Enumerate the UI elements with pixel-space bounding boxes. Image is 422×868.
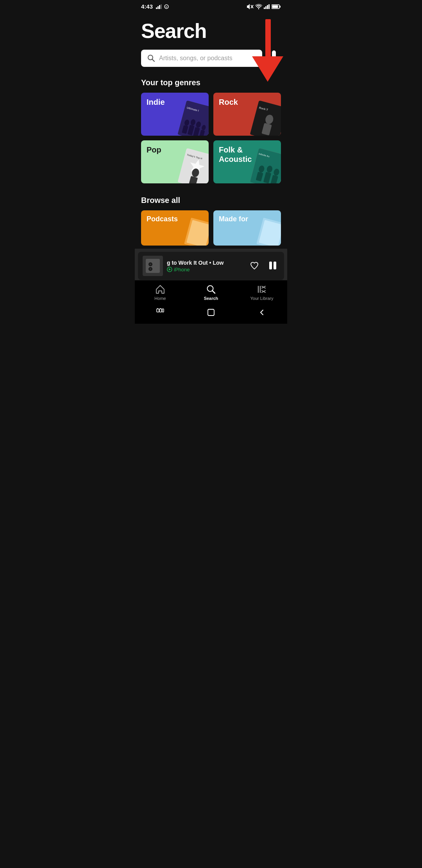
svg-rect-76 <box>208 309 214 316</box>
svg-rect-2 <box>159 5 160 9</box>
svg-rect-71 <box>157 309 159 312</box>
browse-grid: Podcasts Made for <box>141 210 281 246</box>
data-icon: D <box>164 4 169 9</box>
search-bar-row: Artists, songs, or podcasts <box>141 49 281 67</box>
svg-rect-0 <box>156 7 157 9</box>
status-left: 4:43 D <box>141 3 169 10</box>
cast-icon <box>167 267 172 272</box>
svg-rect-20 <box>272 50 276 58</box>
android-back[interactable] <box>257 308 266 318</box>
back-icon <box>257 308 266 317</box>
genre-card-indie[interactable]: Indie Ultimate I <box>141 93 209 136</box>
genre-grid: Indie Ultimate I <box>141 93 281 183</box>
browse-card-podcasts[interactable]: Podcasts <box>141 210 209 246</box>
svg-rect-1 <box>157 6 159 9</box>
svg-line-64 <box>213 291 215 294</box>
status-right <box>247 4 281 9</box>
android-home-icon <box>206 308 216 317</box>
page-title: Search <box>141 19 281 43</box>
library-label: Your Library <box>250 296 274 301</box>
svg-rect-15 <box>272 5 278 8</box>
search-nav-icon <box>206 284 216 294</box>
android-home[interactable] <box>206 308 216 318</box>
svg-marker-6 <box>247 4 250 9</box>
now-playing-controls <box>248 259 279 273</box>
svg-rect-72 <box>159 309 162 312</box>
battery-icon <box>272 4 281 9</box>
browse-label-podcasts: Podcasts <box>147 215 178 223</box>
genre-label-pop: Pop <box>147 145 161 154</box>
svg-marker-60 <box>169 268 171 271</box>
device-name: iPhone <box>174 267 190 273</box>
status-bar: 4:43 D <box>135 0 287 11</box>
svg-rect-62 <box>274 262 276 269</box>
now-playing-wrapper: g to Work It Out • Low iPhone <box>135 249 287 280</box>
nav-search[interactable]: Search <box>197 284 225 301</box>
mute-icon <box>247 4 254 9</box>
heart-button[interactable] <box>248 259 261 273</box>
genre-label-folk: Folk &Acoustic <box>219 145 252 164</box>
search-placeholder: Artists, songs, or podcasts <box>159 55 232 62</box>
signal-icon <box>156 4 162 9</box>
nav-home[interactable]: Home <box>147 284 174 301</box>
svg-rect-14 <box>280 5 281 7</box>
browse-all-heading: Browse all <box>141 196 281 205</box>
recents-icon <box>156 308 165 317</box>
svg-point-57 <box>150 264 151 265</box>
rock-album-art: Rock T <box>250 100 281 136</box>
now-playing-bar[interactable]: g to Work It Out • Low iPhone <box>138 252 284 280</box>
pause-icon <box>268 260 278 271</box>
genre-card-rock[interactable]: Rock Rock T <box>213 93 281 136</box>
svg-text:D: D <box>166 6 168 8</box>
genre-label-indie: Indie <box>147 97 165 107</box>
indie-album-art: Ultimate I <box>178 100 209 136</box>
now-playing-info: g to Work It Out • Low iPhone <box>167 260 244 273</box>
time-display: 4:43 <box>141 3 153 10</box>
android-nav <box>135 304 287 324</box>
genre-card-pop[interactable]: Pop Today's Top H <box>141 140 209 183</box>
browse-label-made-for: Made for <box>219 215 248 223</box>
svg-rect-12 <box>268 4 270 9</box>
svg-line-19 <box>152 59 155 61</box>
mic-icon <box>268 50 279 65</box>
svg-rect-61 <box>269 262 272 269</box>
browse-card-made-for[interactable]: Made for <box>213 210 281 246</box>
svg-rect-73 <box>162 309 164 312</box>
svg-rect-3 <box>161 4 162 9</box>
mic-button[interactable] <box>267 49 281 67</box>
top-genres-heading: Your top genres <box>141 78 281 87</box>
svg-rect-9 <box>264 7 265 9</box>
album-icon <box>146 259 160 273</box>
genre-label-rock: Rock <box>219 97 238 107</box>
home-icon <box>155 284 165 294</box>
svg-rect-54 <box>146 259 160 273</box>
home-label: Home <box>154 296 166 301</box>
pause-button[interactable] <box>266 259 279 273</box>
cellular-icon <box>264 4 270 9</box>
device-info: iPhone <box>167 267 244 273</box>
main-content: Search Artists, songs, or podcasts Your … <box>135 11 287 246</box>
nav-library[interactable]: Your Library <box>248 284 275 301</box>
genre-card-folk[interactable]: Folk &Acoustic Infinite Ac <box>213 140 281 183</box>
search-input-container[interactable]: Artists, songs, or podcasts <box>141 50 262 67</box>
svg-point-58 <box>150 268 151 270</box>
track-title: g to Work It Out • Low <box>167 260 244 266</box>
svg-rect-11 <box>267 5 268 9</box>
search-icon <box>147 54 155 62</box>
library-icon <box>257 284 267 294</box>
pop-album-art: Today's Top H <box>178 148 209 183</box>
folk-album-art: Infinite Ac <box>250 148 281 183</box>
wifi-icon <box>255 4 262 9</box>
android-recents[interactable] <box>156 308 165 318</box>
search-label: Search <box>204 296 218 301</box>
album-art <box>143 256 163 276</box>
heart-icon <box>250 261 259 270</box>
bottom-nav: Home Search Your Library <box>135 280 287 304</box>
svg-rect-10 <box>265 6 266 9</box>
